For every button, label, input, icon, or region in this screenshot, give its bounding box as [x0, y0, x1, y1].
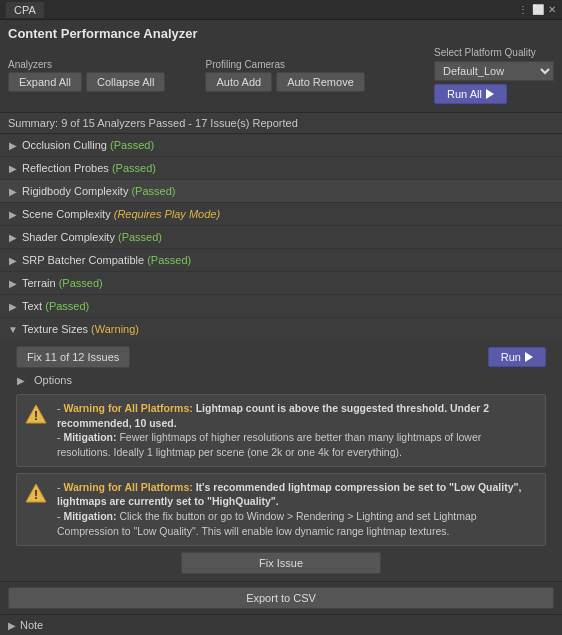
- list-item: ▼ Texture Sizes (Warning) Fix 11 of 12 I…: [0, 318, 562, 581]
- fix-issues-button[interactable]: Fix 11 of 12 Issues: [16, 346, 130, 368]
- fix-issue-row: Fix Issue: [16, 546, 546, 580]
- analyzers-btn-row: Expand All Collapse All: [8, 72, 165, 92]
- analyzer-srp-header[interactable]: ▶ SRP Batcher Compatible (Passed): [0, 249, 562, 271]
- status-badge: (Passed): [118, 231, 162, 243]
- status-badge: (Passed): [147, 254, 191, 266]
- warn-label: Warning for All Platforms:: [63, 481, 192, 493]
- analyzer-name: Text (Passed): [22, 300, 554, 312]
- analyzer-name: Texture Sizes (Warning): [22, 323, 554, 335]
- list-item: ▶ SRP Batcher Compatible (Passed): [0, 249, 562, 272]
- export-csv-button[interactable]: Export to CSV: [8, 587, 554, 609]
- options-label: Options: [34, 374, 72, 386]
- analyzer-name: Occlusion Culling (Passed): [22, 139, 554, 151]
- run-all-button[interactable]: Run All: [434, 84, 507, 104]
- status-badge: (Warning): [91, 323, 139, 335]
- summary-bar: Summary: 9 of 15 Analyzers Passed - 17 I…: [0, 113, 562, 134]
- chevron-right-icon: ▶: [8, 278, 18, 288]
- status-badge: (Passed): [110, 139, 154, 151]
- run-all-label: Run All: [447, 88, 482, 100]
- close-icon[interactable]: ✕: [548, 4, 556, 15]
- status-badge: (Passed): [112, 162, 156, 174]
- analyzer-text-header[interactable]: ▶ Text (Passed): [0, 295, 562, 317]
- warning-boxes: ! - Warning for All Platforms: Lightmap …: [16, 394, 546, 546]
- play-icon: [525, 352, 533, 362]
- toolbar-left: Analyzers Expand All Collapse All Profil…: [8, 59, 365, 92]
- options-row[interactable]: ▶ Options: [16, 374, 546, 386]
- warning-box: ! - Warning for All Platforms: It's reco…: [16, 473, 546, 546]
- analyzer-name: Rigidbody Complexity (Passed): [22, 185, 554, 197]
- chevron-right-icon: ▶: [8, 255, 18, 265]
- analyzers-label: Analyzers: [8, 59, 165, 70]
- summary-text: Summary: 9 of 15 Analyzers Passed - 17 I…: [8, 117, 298, 129]
- analyzer-occlusion-header[interactable]: ▶ Occlusion Culling (Passed): [0, 134, 562, 156]
- run-label: Run: [501, 351, 521, 363]
- toolbar-row: Analyzers Expand All Collapse All Profil…: [8, 47, 554, 104]
- export-row: Export to CSV: [0, 582, 562, 615]
- expand-all-button[interactable]: Expand All: [8, 72, 82, 92]
- analyzer-name: Reflection Probes (Passed): [22, 162, 554, 174]
- warning-box: ! - Warning for All Platforms: Lightmap …: [16, 394, 546, 467]
- chevron-right-icon: ▶: [8, 301, 18, 311]
- platform-section: Select Platform Quality Default_Low Run …: [434, 47, 554, 104]
- chevron-right-icon: ▶: [8, 163, 18, 173]
- analyzer-reflection-header[interactable]: ▶ Reflection Probes (Passed): [0, 157, 562, 179]
- analyzers-section: Analyzers Expand All Collapse All: [8, 59, 165, 92]
- status-badge: (Passed): [45, 300, 89, 312]
- chevron-right-icon: ▶: [8, 186, 18, 196]
- main-panel: Content Performance Analyzer Analyzers E…: [0, 20, 562, 635]
- auto-remove-button[interactable]: Auto Remove: [276, 72, 365, 92]
- profiling-cameras-label: Profiling Cameras: [205, 59, 364, 70]
- collapse-all-button[interactable]: Collapse All: [86, 72, 165, 92]
- list-item: ▶ Terrain (Passed): [0, 272, 562, 295]
- analyzer-name: Scene Complexity (Requires Play Mode): [22, 208, 554, 220]
- svg-text:!: !: [34, 488, 38, 502]
- chevron-right-icon: ▶: [8, 140, 18, 150]
- warning-text-2: - Warning for All Platforms: It's recomm…: [57, 480, 537, 539]
- analyzer-name: Shader Complexity (Passed): [22, 231, 554, 243]
- warning-icon: !: [25, 403, 49, 427]
- platform-label: Select Platform Quality: [434, 47, 536, 58]
- analyzer-name: SRP Batcher Compatible (Passed): [22, 254, 554, 266]
- analyzer-scene-header[interactable]: ▶ Scene Complexity (Requires Play Mode): [0, 203, 562, 225]
- panel-title: Content Performance Analyzer: [8, 26, 554, 41]
- analyzer-shader-header[interactable]: ▶ Shader Complexity (Passed): [0, 226, 562, 248]
- list-item: ▶ Shader Complexity (Passed): [0, 226, 562, 249]
- texture-expanded-section: Fix 11 of 12 Issues Run ▶ Options: [0, 340, 562, 581]
- title-bar-left: CPA: [6, 2, 44, 18]
- panel-header: Content Performance Analyzer Analyzers E…: [0, 20, 562, 113]
- analyzer-name: Terrain (Passed): [22, 277, 554, 289]
- platform-select-row: Default_Low: [434, 61, 554, 81]
- warn-label: Warning for All Platforms:: [63, 402, 192, 414]
- list-item: ▶ Text (Passed): [0, 295, 562, 318]
- status-badge: (Passed): [131, 185, 175, 197]
- chevron-down-icon: ▼: [8, 324, 18, 334]
- menu-icon[interactable]: ⋮: [518, 4, 528, 15]
- mitigation-label: Mitigation:: [63, 431, 116, 443]
- status-badge: (Passed): [59, 277, 103, 289]
- title-bar-icons: ⋮ ⬜ ✕: [518, 4, 556, 15]
- list-item: ▶ Occlusion Culling (Passed): [0, 134, 562, 157]
- analyzer-rigidbody-header[interactable]: ▶ Rigidbody Complexity (Passed): [0, 180, 562, 202]
- analyzer-texture-header[interactable]: ▼ Texture Sizes (Warning): [0, 318, 562, 340]
- list-item: ▶ Reflection Probes (Passed): [0, 157, 562, 180]
- analyzer-terrain-header[interactable]: ▶ Terrain (Passed): [0, 272, 562, 294]
- run-button[interactable]: Run: [488, 347, 546, 367]
- note-label: Note: [20, 619, 43, 631]
- mitigation-label: Mitigation:: [63, 510, 116, 522]
- auto-add-button[interactable]: Auto Add: [205, 72, 272, 92]
- analyzer-list: ▶ Occlusion Culling (Passed) ▶ Reflectio…: [0, 134, 562, 581]
- bottom-bar: Export to CSV ▶ Note: [0, 581, 562, 635]
- status-badge: (Requires Play Mode): [114, 208, 220, 220]
- platform-select[interactable]: Default_Low: [434, 61, 554, 81]
- title-bar: CPA ⋮ ⬜ ✕: [0, 0, 562, 20]
- profiling-cameras-section: Profiling Cameras Auto Add Auto Remove: [205, 59, 364, 92]
- warning-icon: !: [25, 482, 49, 506]
- fix-issues-row: Fix 11 of 12 Issues Run: [16, 346, 546, 368]
- maximize-icon[interactable]: ⬜: [532, 4, 544, 15]
- list-item: ▶ Rigidbody Complexity (Passed): [0, 180, 562, 203]
- chevron-right-icon: ▶: [8, 620, 16, 631]
- fix-issue-button[interactable]: Fix Issue: [181, 552, 381, 574]
- note-row[interactable]: ▶ Note: [0, 615, 562, 635]
- play-icon: [486, 89, 494, 99]
- cpa-tab[interactable]: CPA: [6, 2, 44, 18]
